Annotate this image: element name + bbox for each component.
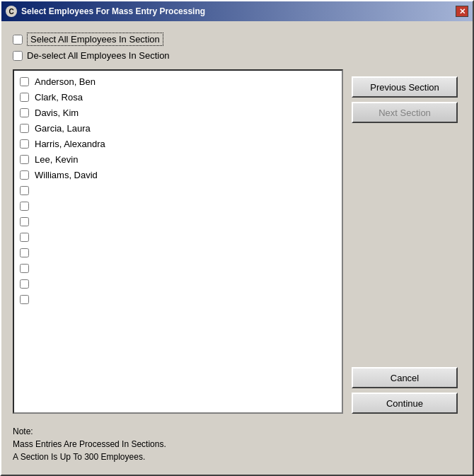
close-button[interactable]: ✕	[456, 6, 468, 17]
empty-checkbox[interactable]	[20, 279, 29, 289]
note-section: Note: Mass Entries Are Processed In Sect…	[13, 425, 461, 463]
list-item: Harris, Alexandra	[14, 136, 342, 151]
employee-list-panel: Anderson, BenClark, RosaDavis, KimGarcia…	[13, 69, 343, 414]
employee-name: Williams, David	[35, 170, 98, 180]
checkbox-group: Select All Employees In Section De-selec…	[13, 33, 461, 61]
next-section-button[interactable]: Next Section	[352, 102, 458, 123]
cancel-button[interactable]: Cancel	[352, 367, 458, 388]
empty-checkbox[interactable]	[20, 202, 29, 211]
empty-checkbox[interactable]	[20, 217, 29, 226]
select-all-checkbox[interactable]	[13, 35, 23, 45]
note-line1: Mass Entries Are Processed In Sections.	[13, 439, 166, 449]
deselect-all-checkbox[interactable]	[13, 51, 23, 61]
employee-checkbox[interactable]	[20, 93, 29, 102]
list-item: Clark, Rosa	[14, 89, 342, 105]
deselect-all-row: De-select All Employees In Section	[13, 50, 461, 61]
note-label: Note:	[13, 426, 33, 436]
select-all-label: Select All Employees In Section	[27, 33, 163, 46]
empty-checkbox[interactable]	[20, 264, 29, 273]
list-item: Williams, David	[14, 167, 342, 182]
employee-checkbox[interactable]	[20, 170, 29, 180]
employee-checkbox[interactable]	[20, 108, 29, 117]
employee-checkbox[interactable]	[20, 77, 29, 86]
empty-list-item	[14, 214, 342, 229]
list-item: Anderson, Ben	[14, 74, 342, 89]
empty-checkbox[interactable]	[20, 233, 29, 242]
empty-checkbox[interactable]	[20, 186, 29, 195]
note-line2: A Section Is Up To 300 Employees.	[13, 452, 145, 462]
title-bar: C Select Employees For Mass Entry Proces…	[1, 1, 473, 21]
empty-list-item	[14, 245, 342, 260]
employee-list-scroll[interactable]: Anderson, BenClark, RosaDavis, KimGarcia…	[14, 71, 342, 412]
employee-name: Davis, Kim	[35, 108, 79, 118]
empty-checkbox[interactable]	[20, 295, 29, 304]
employee-checkbox[interactable]	[20, 139, 29, 149]
empty-list-item	[14, 198, 342, 214]
main-window: C Select Employees For Mass Entry Proces…	[0, 0, 474, 476]
empty-list-item	[14, 276, 342, 291]
empty-list-item	[14, 291, 342, 307]
main-content: Anderson, BenClark, RosaDavis, KimGarcia…	[13, 69, 461, 414]
employee-name: Garcia, Laura	[35, 123, 91, 134]
window-icon: C	[6, 6, 17, 17]
title-bar-left: C Select Employees For Mass Entry Proces…	[6, 6, 205, 17]
action-buttons: Cancel Continue	[352, 367, 461, 414]
employee-name: Lee, Kevin	[35, 154, 78, 165]
empty-list-item	[14, 182, 342, 198]
employee-name: Clark, Rosa	[35, 92, 83, 103]
select-all-row: Select All Employees In Section	[13, 33, 461, 46]
previous-section-button[interactable]: Previous Section	[352, 76, 458, 98]
list-item: Garcia, Laura	[14, 120, 342, 136]
empty-list-item	[14, 229, 342, 245]
employee-name: Anderson, Ben	[35, 76, 96, 87]
section-buttons: Previous Section Next Section	[352, 76, 461, 123]
deselect-all-label: De-select All Employees In Section	[27, 50, 170, 61]
continue-button[interactable]: Continue	[352, 393, 458, 414]
list-item: Lee, Kevin	[14, 151, 342, 167]
window-body: Select All Employees In Section De-selec…	[1, 21, 473, 475]
empty-checkbox[interactable]	[20, 248, 29, 257]
employee-name: Harris, Alexandra	[35, 139, 105, 149]
right-panel: Previous Section Next Section Cancel Con…	[352, 69, 461, 414]
employee-checkbox[interactable]	[20, 124, 29, 133]
window-title: Select Employees For Mass Entry Processi…	[21, 6, 205, 16]
list-item: Davis, Kim	[14, 105, 342, 120]
empty-list-item	[14, 260, 342, 276]
employee-checkbox[interactable]	[20, 155, 29, 164]
